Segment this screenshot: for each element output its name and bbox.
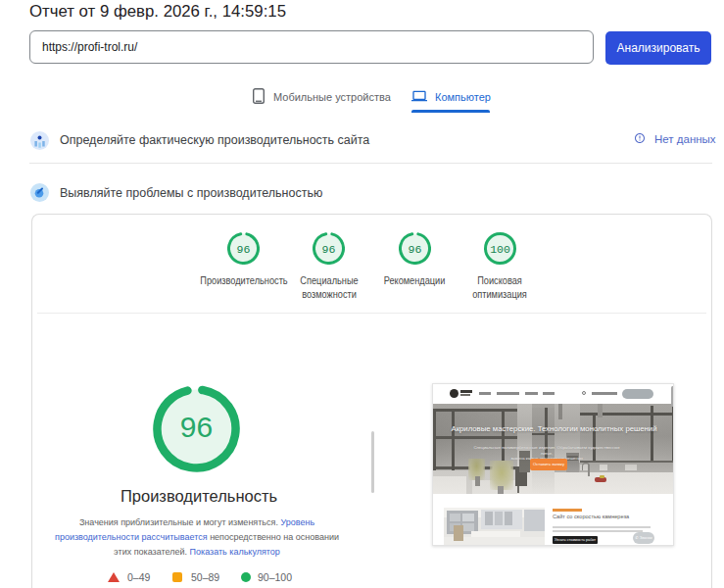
svg-text:96: 96 <box>180 411 213 443</box>
svg-text:96: 96 <box>322 243 336 256</box>
svg-text:96: 96 <box>237 243 251 256</box>
svg-text:100: 100 <box>490 243 510 256</box>
svg-text:96: 96 <box>408 243 421 256</box>
